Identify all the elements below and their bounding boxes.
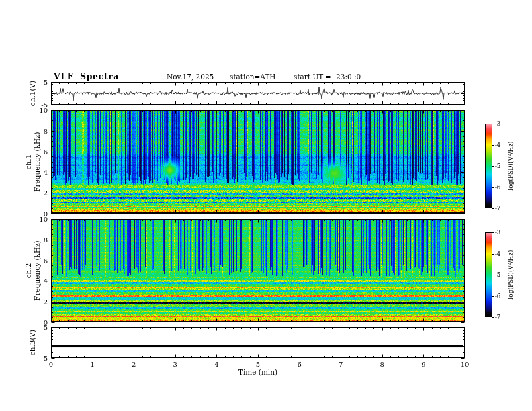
- figure-start-ut: start UT = 23:0 :0: [294, 73, 361, 81]
- colorbar2-psd-label: log(PSD)(V²/Hz): [507, 250, 515, 299]
- figure-title: VLF Spectra: [54, 71, 119, 81]
- figure-station: station=ATH: [230, 73, 276, 81]
- freq-tick-label: 2: [44, 189, 48, 197]
- ch1-voltage-axis-label: ch.1(V): [28, 81, 37, 106]
- colorbar-tick-label: -3: [495, 229, 500, 236]
- time-axis-label: Time (min): [238, 368, 277, 376]
- x-tick-label: 6: [297, 361, 301, 368]
- freq-tick-label: 2: [44, 298, 48, 306]
- x-tick-label: 0: [49, 361, 53, 368]
- ch1-frequency-axis-label: ch.1 Frequency (kHz): [24, 132, 41, 191]
- x-tick-label: 3: [173, 361, 177, 368]
- x-tick-label: 8: [380, 361, 384, 368]
- x-tick-label: 5: [256, 361, 260, 368]
- colorbar1-psd-label: log(PSD)(V²/Hz): [507, 141, 515, 190]
- x-tick-label: 1: [90, 361, 94, 368]
- axis-label-text: ch.1: [24, 132, 33, 191]
- axis-label-text: Frequency (kHz): [33, 240, 42, 300]
- freq-tick-label: 10: [39, 216, 48, 223]
- axis-label-text: ch.2: [24, 240, 33, 300]
- voltage-tick-label: -5: [41, 101, 48, 109]
- freq-tick-label: 8: [44, 127, 48, 134]
- colorbar-tick-label: -4: [495, 250, 500, 257]
- colorbar-tick-label: -5: [495, 163, 500, 169]
- colorbar-tick-label: -4: [495, 142, 500, 148]
- freq-tick-label: 6: [44, 148, 48, 155]
- axis-label-text: Frequency (kHz): [33, 132, 42, 191]
- x-tick-label: 9: [421, 361, 425, 368]
- vlf-spectra-figure: VLF Spectra Nov.17, 2025 station=ATH sta…: [0, 0, 532, 411]
- x-tick-label: 7: [339, 361, 343, 368]
- figure-date: Nov.17, 2025: [167, 73, 214, 81]
- colorbar-tick-label: -6: [495, 184, 500, 191]
- colorbar-tick-label: -3: [495, 120, 500, 127]
- freq-tick-label: 4: [44, 277, 48, 285]
- axes-overlay: [0, 0, 532, 411]
- voltage-tick-label: -5: [41, 355, 48, 362]
- freq-tick-label: 4: [44, 169, 48, 176]
- colorbar-tick-label: -7: [495, 205, 500, 212]
- ch2-frequency-axis-label: ch.2 Frequency (kHz): [24, 240, 41, 300]
- x-tick-label: 2: [132, 361, 136, 368]
- axis-label-text: ch.1(V): [28, 81, 37, 106]
- colorbar-tick-label: -5: [495, 271, 500, 278]
- colorbar-tick-label: -7: [495, 314, 500, 320]
- x-tick-label: 10: [461, 361, 470, 368]
- freq-tick-label: 6: [44, 257, 48, 264]
- voltage-tick-label: 5: [44, 79, 48, 86]
- colorbar-tick-label: -6: [495, 293, 500, 300]
- axis-label-text: ch.3(V): [28, 330, 37, 355]
- voltage-tick-label: 5: [44, 324, 48, 331]
- x-tick-label: 4: [214, 361, 218, 368]
- ch3-voltage-axis-label: ch.3(V): [28, 330, 37, 355]
- freq-tick-label: 8: [44, 236, 48, 243]
